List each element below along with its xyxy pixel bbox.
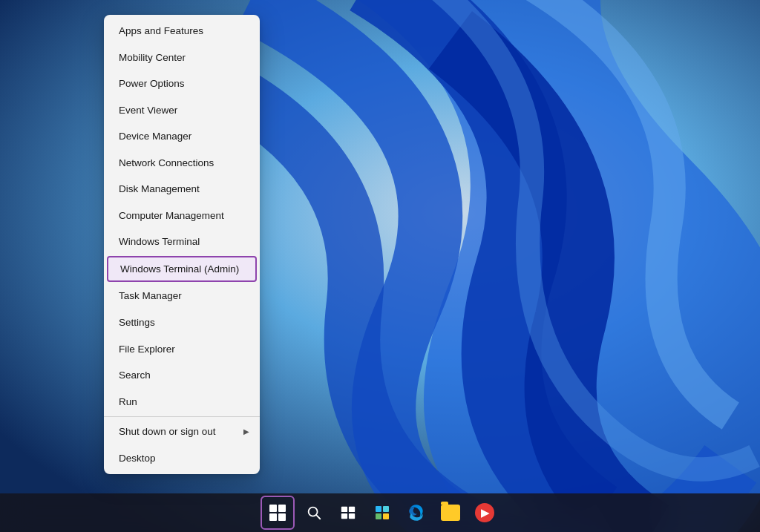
menu-item-network-connections[interactable]: Network Connections bbox=[104, 150, 260, 177]
start-button[interactable] bbox=[264, 499, 291, 526]
start-button-wrapper[interactable] bbox=[261, 496, 295, 530]
context-menu: Apps and FeaturesMobility CenterPower Op… bbox=[104, 15, 260, 474]
menu-item-power-options[interactable]: Power Options bbox=[104, 70, 260, 97]
logo-sq-bl bbox=[269, 513, 277, 521]
widget-sq-1 bbox=[376, 506, 381, 512]
svg-line-2 bbox=[316, 515, 320, 519]
menu-item-label-shut-down-sign-out: Shut down or sign out bbox=[119, 425, 216, 439]
menu-item-label-power-options: Power Options bbox=[119, 77, 185, 91]
svg-rect-4 bbox=[349, 507, 355, 512]
widgets-icon bbox=[376, 506, 389, 519]
task-view-icon bbox=[340, 505, 356, 521]
widget-sq-4 bbox=[383, 513, 389, 519]
menu-item-label-event-viewer: Event Viewer bbox=[119, 104, 177, 117]
menu-item-disk-management[interactable]: Disk Management bbox=[104, 176, 260, 203]
menu-item-label-apps-features: Apps and Features bbox=[119, 24, 203, 38]
taskbar-task-view-button[interactable] bbox=[333, 498, 363, 528]
menu-item-label-search: Search bbox=[119, 369, 151, 382]
menu-item-device-manager[interactable]: Device Manager bbox=[104, 123, 260, 150]
windows-logo bbox=[269, 505, 286, 521]
menu-item-label-windows-terminal: Windows Terminal bbox=[119, 235, 200, 249]
menu-item-shut-down-sign-out[interactable]: Shut down or sign out bbox=[104, 418, 260, 445]
menu-item-apps-features[interactable]: Apps and Features bbox=[104, 18, 260, 45]
menu-item-label-device-manager: Device Manager bbox=[119, 130, 191, 143]
menu-item-label-computer-management: Computer Management bbox=[119, 209, 224, 223]
menu-item-search[interactable]: Search bbox=[104, 362, 260, 389]
menu-item-windows-terminal[interactable]: Windows Terminal bbox=[104, 229, 260, 255]
taskbar-search-button[interactable] bbox=[299, 498, 329, 528]
taskbar-widgets-button[interactable] bbox=[367, 498, 397, 528]
folder-icon bbox=[441, 505, 460, 521]
taskbar-edge-button[interactable] bbox=[402, 498, 431, 528]
menu-item-label-disk-management: Disk Management bbox=[119, 183, 200, 196]
menu-item-mobility-center[interactable]: Mobility Center bbox=[104, 45, 260, 71]
logo-sq-tr bbox=[278, 505, 286, 512]
menu-item-label-mobility-center: Mobility Center bbox=[119, 51, 186, 65]
widget-sq-3 bbox=[376, 513, 381, 519]
svg-rect-6 bbox=[349, 513, 355, 519]
taskbar-file-explorer-button[interactable] bbox=[436, 498, 465, 528]
menu-item-label-settings: Settings bbox=[119, 316, 155, 329]
menu-item-windows-terminal-admin[interactable]: Windows Terminal (Admin) bbox=[107, 256, 257, 283]
menu-item-computer-management[interactable]: Computer Management bbox=[104, 203, 260, 229]
logo-sq-br bbox=[278, 513, 286, 521]
menu-item-desktop[interactable]: Desktop bbox=[104, 445, 260, 472]
logo-sq-tl bbox=[269, 505, 277, 512]
widget-sq-2 bbox=[383, 506, 389, 512]
menu-item-settings[interactable]: Settings bbox=[104, 309, 260, 336]
menu-divider bbox=[104, 416, 260, 417]
edge-icon bbox=[407, 503, 426, 522]
desktop: Apps and FeaturesMobility CenterPower Op… bbox=[0, 0, 760, 532]
menu-item-file-explorer[interactable]: File Explorer bbox=[104, 336, 260, 363]
menu-item-label-task-manager: Task Manager bbox=[119, 289, 182, 303]
menu-item-label-file-explorer: File Explorer bbox=[119, 343, 175, 356]
menu-item-label-network-connections: Network Connections bbox=[119, 157, 214, 170]
search-icon bbox=[306, 505, 322, 521]
menu-item-label-desktop: Desktop bbox=[119, 452, 156, 465]
menu-item-task-manager[interactable]: Task Manager bbox=[104, 283, 260, 309]
svg-rect-5 bbox=[341, 513, 347, 519]
taskbar-app-button[interactable]: ▶ bbox=[470, 498, 499, 528]
menu-item-event-viewer[interactable]: Event Viewer bbox=[104, 97, 260, 124]
menu-item-label-windows-terminal-admin: Windows Terminal (Admin) bbox=[120, 263, 239, 276]
menu-item-run[interactable]: Run bbox=[104, 389, 260, 416]
app-icon: ▶ bbox=[475, 503, 494, 522]
menu-item-label-run: Run bbox=[119, 395, 137, 409]
svg-rect-3 bbox=[341, 507, 347, 512]
taskbar: ▶ bbox=[0, 493, 760, 532]
